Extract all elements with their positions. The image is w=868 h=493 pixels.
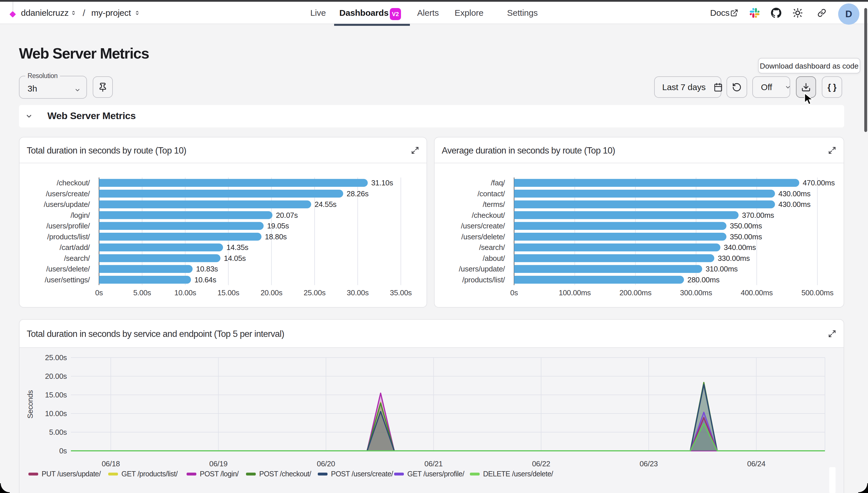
svg-text:/contact/: /contact/	[477, 189, 505, 198]
svg-text:24.55s: 24.55s	[315, 200, 337, 209]
svg-text:/users/update/: /users/update/	[459, 264, 505, 273]
svg-text:25.00s: 25.00s	[45, 353, 67, 362]
svg-text:/users/delete/: /users/delete/	[46, 264, 90, 273]
svg-text:5.00s: 5.00s	[49, 428, 67, 436]
svg-text:/terms/: /terms/	[483, 200, 505, 209]
svg-text:0s: 0s	[510, 288, 518, 297]
svg-text:20.07s: 20.07s	[276, 211, 298, 219]
svg-text:19.05s: 19.05s	[267, 221, 289, 230]
svg-text:/products/list/: /products/list/	[47, 232, 90, 241]
svg-text:/users/profile/: /users/profile/	[46, 221, 90, 230]
svg-text:20.00s: 20.00s	[45, 372, 67, 381]
svg-text:350.00ms: 350.00ms	[730, 221, 762, 230]
svg-text:10.00s: 10.00s	[174, 288, 196, 297]
svg-text:5.00s: 5.00s	[133, 288, 151, 297]
svg-text:280.00ms: 280.00ms	[687, 276, 720, 284]
svg-text:06/18: 06/18	[102, 459, 120, 468]
svg-text:10.64s: 10.64s	[194, 276, 216, 284]
svg-text:/users/create/: /users/create/	[46, 189, 90, 198]
svg-text:430.00ms: 430.00ms	[779, 200, 810, 209]
svg-text:0s: 0s	[95, 288, 103, 297]
svg-text:15.00s: 15.00s	[45, 390, 67, 399]
svg-text:/products/list/: /products/list/	[462, 276, 505, 284]
svg-text:/about/: /about/	[483, 254, 505, 262]
svg-text:330.00ms: 330.00ms	[718, 254, 750, 262]
svg-text:15.00s: 15.00s	[217, 288, 239, 297]
svg-text:18.80s: 18.80s	[265, 232, 287, 241]
svg-text:/login/: /login/	[70, 211, 90, 219]
svg-text:/checkout/: /checkout/	[472, 211, 505, 219]
svg-text:370.00ms: 370.00ms	[742, 211, 774, 219]
svg-text:/search/: /search/	[479, 243, 505, 252]
svg-text:35.00s: 35.00s	[390, 288, 412, 297]
svg-text:/checkout/: /checkout/	[57, 178, 90, 187]
svg-text:500.00ms: 500.00ms	[801, 288, 833, 297]
svg-text:100.00ms: 100.00ms	[559, 288, 591, 297]
svg-text:28.26s: 28.26s	[347, 189, 369, 198]
svg-text:470.00ms: 470.00ms	[803, 178, 835, 187]
svg-text:31.10s: 31.10s	[371, 178, 393, 187]
svg-text:14.35s: 14.35s	[227, 243, 249, 252]
svg-text:10.83s: 10.83s	[196, 264, 218, 273]
svg-text:/users/delete/: /users/delete/	[461, 232, 505, 241]
svg-text:06/19: 06/19	[209, 459, 228, 468]
svg-text:310.00ms: 310.00ms	[705, 264, 738, 273]
svg-text:06/22: 06/22	[532, 459, 550, 468]
svg-text:Seconds: Seconds	[26, 390, 35, 419]
svg-text:340.00ms: 340.00ms	[724, 243, 756, 252]
svg-text:10.00s: 10.00s	[45, 409, 67, 418]
svg-text:400.00ms: 400.00ms	[741, 288, 773, 297]
svg-text:0s: 0s	[59, 447, 67, 455]
svg-text:350.00ms: 350.00ms	[730, 232, 762, 241]
svg-text:/search/: /search/	[64, 254, 90, 262]
svg-text:/users/create/: /users/create/	[461, 221, 505, 230]
svg-text:30.00s: 30.00s	[347, 288, 369, 297]
svg-text:06/24: 06/24	[747, 459, 765, 468]
svg-text:06/23: 06/23	[639, 459, 658, 468]
svg-text:200.00ms: 200.00ms	[619, 288, 652, 297]
svg-text:300.00ms: 300.00ms	[680, 288, 712, 297]
svg-text:20.00s: 20.00s	[261, 288, 283, 297]
svg-text:25.00s: 25.00s	[304, 288, 326, 297]
svg-text:/faq/: /faq/	[491, 178, 505, 187]
svg-text:06/20: 06/20	[317, 459, 335, 468]
svg-text:/cart/add/: /cart/add/	[60, 243, 90, 252]
svg-text:14.05s: 14.05s	[224, 254, 246, 262]
svg-text:430.00ms: 430.00ms	[779, 189, 810, 198]
svg-text:/users/update/: /users/update/	[44, 200, 90, 209]
svg-text:06/21: 06/21	[425, 459, 443, 468]
svg-text:/user/settings/: /user/settings/	[45, 276, 90, 284]
